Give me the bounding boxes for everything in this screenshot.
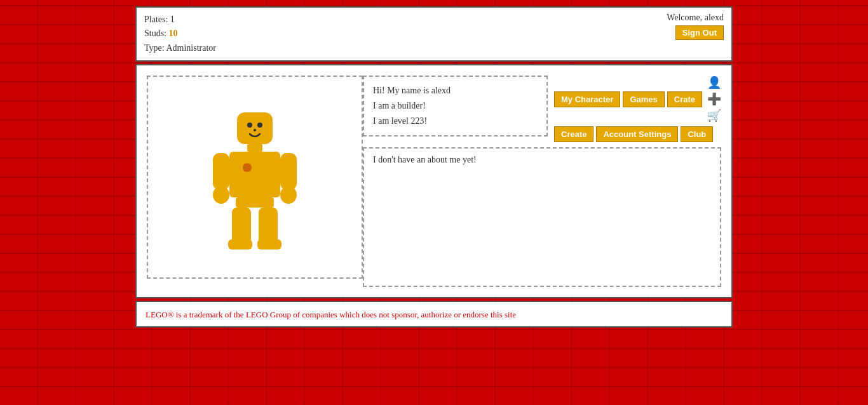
my-character-button[interactable]: My Character [554,91,620,107]
sign-out-button[interactable]: Sign Out [675,25,724,40]
greeting-line3: I am level 223! [373,114,538,129]
type-info: Type: Administrator [144,41,216,55]
about-text: I don't have an about me yet! [373,155,477,164]
svg-rect-12 [232,208,251,244]
svg-rect-0 [237,112,273,144]
club-button[interactable]: Club [681,126,713,142]
content-inner: Hi! My name is alexd I am a builder! I a… [147,76,721,287]
welcome-area: Welcome, alexd Sign Out [667,13,724,40]
header-section: Plates: 1 Studs: 10 Type: Administrator … [135,6,733,62]
welcome-text: Welcome, alexd [667,13,724,23]
type-value: Administrator [166,43,216,53]
cart-icon[interactable]: 🛒 [707,109,721,123]
studs-info: Studs: 10 [144,27,216,41]
crate-button[interactable]: Crate [667,91,702,107]
greeting-line2: I am a builder! [373,98,538,114]
account-settings-button[interactable]: Account Settings [596,126,678,142]
footer-text: LEGO® is a trademark of the LEGO Group o… [146,310,516,319]
create-button[interactable]: Create [554,126,593,142]
footer-section: LEGO® is a trademark of the LEGO Group o… [135,301,733,328]
svg-rect-4 [247,144,262,152]
type-label: Type: [144,43,165,53]
top-button-row: My Character Games Crate 👤 ➕ 🛒 [554,76,721,123]
profile-text-box: Hi! My name is alexd I am a builder! I a… [363,76,548,136]
figure-icon[interactable]: 👤 [707,76,721,90]
studs-value: 10 [169,29,178,38]
svg-point-1 [247,123,252,128]
main-wrapper: Plates: 1 Studs: 10 Type: Administrator … [135,6,733,328]
svg-rect-15 [257,239,281,249]
svg-point-6 [243,163,252,172]
svg-rect-5 [229,152,280,197]
svg-point-3 [254,129,256,131]
profile-area: Hi! My name is alexd I am a builder! I a… [363,76,721,287]
content-section: Hi! My name is alexd I am a builder! I a… [135,64,733,298]
add-icon[interactable]: ➕ [707,92,721,106]
studs-label: Studs: [144,29,166,38]
side-icons: 👤 ➕ 🛒 [707,76,721,123]
svg-rect-14 [259,208,278,244]
svg-rect-11 [236,197,274,208]
svg-point-8 [213,186,229,204]
plates-info: Plates: 1 [144,13,216,27]
bottom-button-row: Create Account Settings Club [554,126,721,142]
plates-value: 1 [170,15,175,24]
character-display-area [147,76,363,279]
plates-label: Plates: [144,15,168,24]
svg-rect-9 [280,153,297,190]
profile-top: Hi! My name is alexd I am a builder! I a… [363,76,721,142]
svg-rect-7 [213,153,229,190]
svg-point-2 [257,123,262,128]
svg-rect-13 [228,239,252,249]
buttons-icons-area: My Character Games Crate 👤 ➕ 🛒 Create [554,76,721,142]
user-stats: Plates: 1 Studs: 10 Type: Administrator [144,13,216,55]
about-section: I don't have an about me yet! [363,147,721,287]
games-button[interactable]: Games [623,91,664,107]
lego-figure [204,101,306,253]
greeting-line1: Hi! My name is alexd [373,83,538,98]
svg-point-10 [280,186,297,204]
